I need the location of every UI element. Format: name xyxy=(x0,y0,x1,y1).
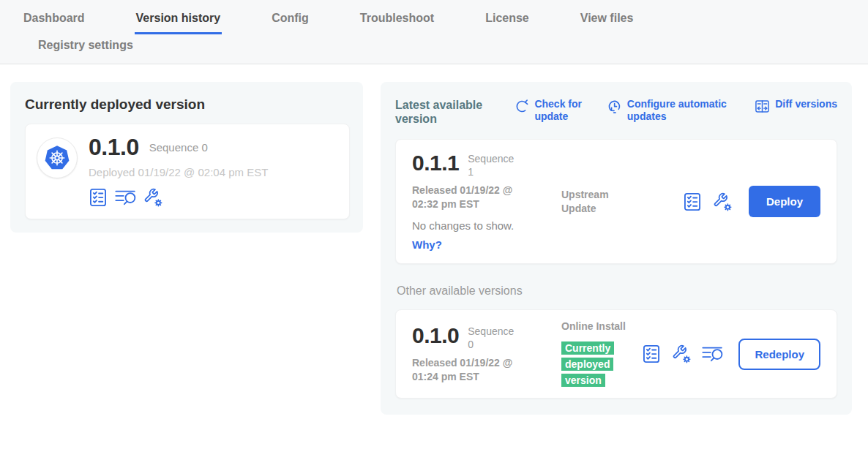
latest-version-source: Upstream Update xyxy=(561,188,630,216)
other-version-number: 0.1.0 xyxy=(412,324,459,347)
redeploy-button[interactable]: Redeploy xyxy=(738,339,820,370)
deployed-version-row: 0.1.0 Sequence 0 xyxy=(89,135,268,160)
diff-versions-link[interactable]: Diff versions xyxy=(755,98,837,114)
latest-available-header: Latest available version Check for updat… xyxy=(395,97,837,126)
currently-deployed-panel: Currently deployed version 0.1.0 Sequenc… xyxy=(10,82,363,233)
deployed-version-card: 0.1.0 Sequence 0 Deployed 01/19/22 @ 02:… xyxy=(25,124,350,219)
other-version-card: 0.1.0 Sequence 0 Released 01/19/22 @ 01:… xyxy=(395,309,837,399)
deployed-version-number: 0.1.0 xyxy=(89,135,139,160)
currently-deployed-badge-wrap: Currently deployed version xyxy=(561,340,623,388)
other-available-versions-title: Other available versions xyxy=(397,284,837,298)
diff-versions-label: Diff versions xyxy=(775,98,837,110)
currently-deployed-title: Currently deployed version xyxy=(25,97,350,113)
config-wrench-icon[interactable] xyxy=(143,188,162,207)
tab-registry-settings[interactable]: Registry settings xyxy=(37,39,135,52)
auto-update-icon xyxy=(607,99,622,114)
checklist-icon[interactable] xyxy=(642,344,661,363)
configure-automatic-updates-label: Configure automatic updates xyxy=(627,98,738,123)
secondary-tab-row: Registry settings xyxy=(0,39,868,64)
deployed-timestamp: Deployed 01/19/22 @ 02:04 pm EST xyxy=(89,166,268,178)
latest-version-number: 0.1.1 xyxy=(412,151,459,175)
kubernetes-logo-icon xyxy=(37,137,78,178)
other-sequence-label: Sequence 0 xyxy=(468,325,516,351)
main-content: Currently deployed version 0.1.0 Sequenc… xyxy=(0,64,868,415)
latest-version-card: 0.1.1 Sequence 1 Released 01/19/22 @ 02:… xyxy=(395,139,837,264)
deploy-logs-icon[interactable] xyxy=(115,188,136,207)
config-wrench-icon[interactable] xyxy=(713,192,732,211)
no-changes-note: No changes to show. xyxy=(412,219,557,232)
other-version-source: Online Install Currently deployed versio… xyxy=(561,320,630,388)
latest-version-actions: Deploy xyxy=(683,186,820,217)
available-versions-panel: Latest available version Check for updat… xyxy=(381,82,852,415)
refresh-arrow-icon xyxy=(514,99,529,114)
deployed-version-details: 0.1.0 Sequence 0 Deployed 01/19/22 @ 02:… xyxy=(89,135,268,207)
other-version-actions: Redeploy xyxy=(642,339,820,370)
latest-version-row: 0.1.1 Sequence 1 xyxy=(412,151,557,178)
online-install-label: Online Install xyxy=(561,320,630,333)
tab-troubleshoot[interactable]: Troubleshoot xyxy=(359,12,435,34)
diff-columns-icon xyxy=(755,99,770,114)
deploy-logs-icon[interactable] xyxy=(702,344,723,363)
why-link[interactable]: Why? xyxy=(412,238,442,251)
config-wrench-icon[interactable] xyxy=(672,344,691,363)
other-released-timestamp: Released 01/19/22 @ 01:24 pm EST xyxy=(412,356,541,384)
check-for-update-label: Check for update xyxy=(534,98,590,123)
deployed-action-icons xyxy=(89,188,268,207)
top-navigation: Dashboard Version history Config Trouble… xyxy=(0,0,868,64)
tab-dashboard[interactable]: Dashboard xyxy=(22,12,86,34)
tab-version-history[interactable]: Version history xyxy=(135,12,222,34)
currently-deployed-badge: Currently deployed version xyxy=(561,341,614,387)
checklist-icon[interactable] xyxy=(89,188,108,207)
tab-config[interactable]: Config xyxy=(270,12,310,34)
other-version-info: 0.1.0 Sequence 0 Released 01/19/22 @ 01:… xyxy=(412,324,557,384)
latest-sequence-label: Sequence 1 xyxy=(468,153,516,178)
configure-automatic-updates-link[interactable]: Configure automatic updates xyxy=(607,98,738,123)
deployed-sequence-label: Sequence 0 xyxy=(149,141,208,154)
tab-license[interactable]: License xyxy=(484,12,531,34)
checklist-icon[interactable] xyxy=(683,192,702,211)
check-for-update-link[interactable]: Check for update xyxy=(514,98,590,123)
latest-version-info: 0.1.1 Sequence 1 Released 01/19/22 @ 02:… xyxy=(412,151,557,252)
latest-available-title: Latest available version xyxy=(395,98,498,126)
latest-released-timestamp: Released 01/19/22 @ 02:32 pm EST xyxy=(412,184,541,211)
deploy-button[interactable]: Deploy xyxy=(749,186,820,217)
other-version-row: 0.1.0 Sequence 0 xyxy=(412,324,557,351)
primary-tab-row: Dashboard Version history Config Trouble… xyxy=(0,12,868,34)
upstream-update-label: Upstream Update xyxy=(561,188,630,216)
tab-view-files[interactable]: View files xyxy=(579,12,635,34)
